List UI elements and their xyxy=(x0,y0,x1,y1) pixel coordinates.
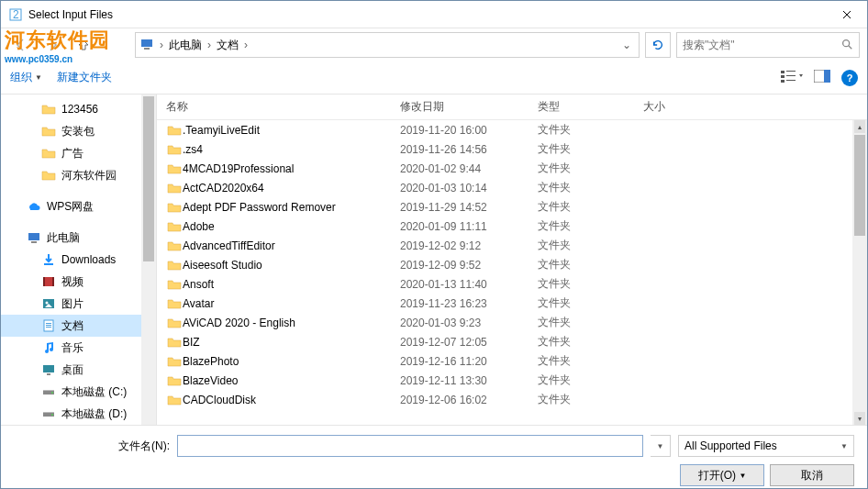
sidebar-item-label: Downloads xyxy=(61,253,116,266)
breadcrumb[interactable]: › 此电脑 › 文档 › ⌄ xyxy=(135,32,640,58)
file-row[interactable]: BlazePhoto2019-12-16 11:20文件夹 xyxy=(157,351,867,371)
svg-point-29 xyxy=(51,392,53,394)
sidebar-item[interactable]: Downloads xyxy=(1,249,156,271)
search-input[interactable] xyxy=(683,39,840,51)
folder-icon xyxy=(41,102,56,117)
column-size[interactable]: 大小 xyxy=(643,99,717,115)
sidebar-item[interactable]: 音乐 xyxy=(1,337,156,359)
svg-rect-9 xyxy=(781,80,785,83)
sidebar-item[interactable]: 桌面 xyxy=(1,359,156,381)
sidebar-item-label: 此电脑 xyxy=(47,230,80,246)
folder-icon xyxy=(166,335,183,350)
file-date: 2019-11-20 16:00 xyxy=(400,124,538,137)
svg-rect-17 xyxy=(43,277,45,286)
sidebar-item[interactable]: 此电脑 xyxy=(1,227,156,249)
file-date: 2019-12-06 16:02 xyxy=(400,394,538,406)
file-date: 2019-12-11 13:30 xyxy=(400,374,538,387)
file-row[interactable]: AViCAD 2020 - English2020-01-03 9:23文件夹 xyxy=(157,313,867,332)
nav-back-button[interactable] xyxy=(8,32,34,58)
sidebar-item[interactable]: 安装包 xyxy=(1,120,156,142)
svg-rect-31 xyxy=(43,412,54,413)
svg-rect-28 xyxy=(43,390,54,391)
close-button[interactable] xyxy=(826,1,867,28)
sidebar-item[interactable]: 本地磁盘 (C:) xyxy=(1,381,156,403)
file-type: 文件夹 xyxy=(538,218,643,234)
file-type: 文件夹 xyxy=(538,199,643,215)
preview-pane-button[interactable] xyxy=(814,70,830,85)
cancel-button[interactable]: 取消 xyxy=(770,464,854,486)
sidebar-item-label: 123456 xyxy=(61,103,98,116)
file-date: 2020-01-03 10:14 xyxy=(400,182,538,194)
refresh-button[interactable] xyxy=(645,32,671,58)
view-menu-button[interactable] xyxy=(781,69,803,86)
svg-rect-25 xyxy=(43,365,54,372)
file-row[interactable]: Avatar2019-11-23 16:23文件夹 xyxy=(157,294,867,313)
sidebar-item[interactable]: 广告 xyxy=(1,142,156,164)
folder-icon xyxy=(166,354,183,369)
filename-dropdown-button[interactable]: ▼ xyxy=(651,435,671,457)
scrollbar-thumb[interactable] xyxy=(854,135,865,236)
folder-icon xyxy=(166,277,183,292)
organize-button[interactable]: 组织▼ xyxy=(10,70,42,85)
folder-icon xyxy=(41,146,56,161)
sidebar-item-label: 视频 xyxy=(61,274,83,290)
nav-up-button[interactable] xyxy=(71,32,96,58)
file-row[interactable]: Aiseesoft Studio2019-12-09 9:52文件夹 xyxy=(157,255,867,274)
breadcrumb-part[interactable]: 文档 xyxy=(213,38,242,53)
file-name: .zs4 xyxy=(183,143,400,156)
file-row[interactable]: .TeamyiLiveEdit2019-11-20 16:00文件夹 xyxy=(157,120,867,139)
help-button[interactable]: ? xyxy=(841,70,858,86)
file-row[interactable]: 4MCAD19Professional2020-01-02 9:44文件夹 xyxy=(157,159,867,178)
column-name[interactable]: 名称 xyxy=(166,99,400,115)
sidebar-item[interactable]: 图片 xyxy=(1,293,156,315)
scroll-up-icon[interactable]: ▴ xyxy=(854,120,865,133)
file-row[interactable]: BlazeVideo2019-12-11 13:30文件夹 xyxy=(157,371,867,390)
sidebar-item-label: 广告 xyxy=(61,146,83,161)
chevron-down-icon[interactable]: ⌄ xyxy=(618,39,635,51)
svg-rect-3 xyxy=(144,48,150,50)
file-row[interactable]: AdvancedTiffEditor2019-12-02 9:12文件夹 xyxy=(157,236,867,255)
file-row[interactable]: Ansoft2020-01-13 11:40文件夹 xyxy=(157,274,867,294)
drive-icon xyxy=(41,406,56,421)
filename-input[interactable] xyxy=(177,435,643,457)
svg-point-20 xyxy=(46,302,49,305)
file-row[interactable]: CADCloudDisk2019-12-06 16:02文件夹 xyxy=(157,390,867,409)
file-name: BIZ xyxy=(183,336,400,349)
column-date[interactable]: 修改日期 xyxy=(400,99,538,115)
sidebar-item[interactable]: 文档 xyxy=(1,315,156,337)
main-area: 123456安装包广告河东软件园WPS网盘此电脑Downloads视频图片文档音… xyxy=(1,94,867,425)
column-type[interactable]: 类型 xyxy=(538,99,643,115)
filetype-filter[interactable]: All Supported Files ▼ xyxy=(678,435,854,457)
nav-forward-button[interactable] xyxy=(39,32,65,58)
new-folder-button[interactable]: 新建文件夹 xyxy=(57,70,112,85)
file-row[interactable]: .zs42019-11-26 14:56文件夹 xyxy=(157,139,867,159)
breadcrumb-part[interactable]: 此电脑 xyxy=(165,38,206,53)
file-date: 2019-12-07 12:05 xyxy=(400,336,538,349)
sidebar-item[interactable]: 123456 xyxy=(1,98,156,120)
sidebar-scrollbar[interactable] xyxy=(141,94,156,425)
desktop-icon xyxy=(41,362,56,377)
sidebar-item[interactable]: 本地磁盘 (D:) xyxy=(1,403,156,425)
file-row[interactable]: ActCAD2020x642020-01-03 10:14文件夹 xyxy=(157,178,867,197)
scrollbar-thumb[interactable] xyxy=(143,96,154,261)
chevron-right-icon[interactable]: › xyxy=(206,39,213,51)
chevron-right-icon[interactable]: › xyxy=(158,39,165,51)
sidebar-item[interactable]: 视频 xyxy=(1,271,156,293)
file-row[interactable]: Adept PDF Password Remover2019-11-29 14:… xyxy=(157,197,867,217)
file-row[interactable]: Adobe2020-01-09 11:11文件夹 xyxy=(157,217,867,236)
sidebar-item-label: 图片 xyxy=(61,296,83,312)
file-type: 文件夹 xyxy=(538,295,643,311)
bottom-panel: 文件名(N): ▼ All Supported Files ▼ 打开(O) ▼ … xyxy=(1,425,867,489)
open-button[interactable]: 打开(O) ▼ xyxy=(680,464,764,486)
file-date: 2020-01-03 9:23 xyxy=(400,317,538,329)
sidebar-item[interactable]: WPS网盘 xyxy=(1,195,156,217)
file-row[interactable]: BIZ2019-12-07 12:05文件夹 xyxy=(157,332,867,351)
search-box[interactable] xyxy=(676,32,860,58)
file-name: 4MCAD19Professional xyxy=(183,162,400,175)
file-scrollbar[interactable]: ▴ ▾ xyxy=(852,120,867,425)
sidebar-item[interactable]: 河东软件园 xyxy=(1,164,156,186)
chevron-right-icon[interactable]: › xyxy=(242,39,250,51)
file-type: 文件夹 xyxy=(538,180,643,195)
search-icon[interactable] xyxy=(840,38,853,53)
scroll-down-icon[interactable]: ▾ xyxy=(854,412,865,425)
